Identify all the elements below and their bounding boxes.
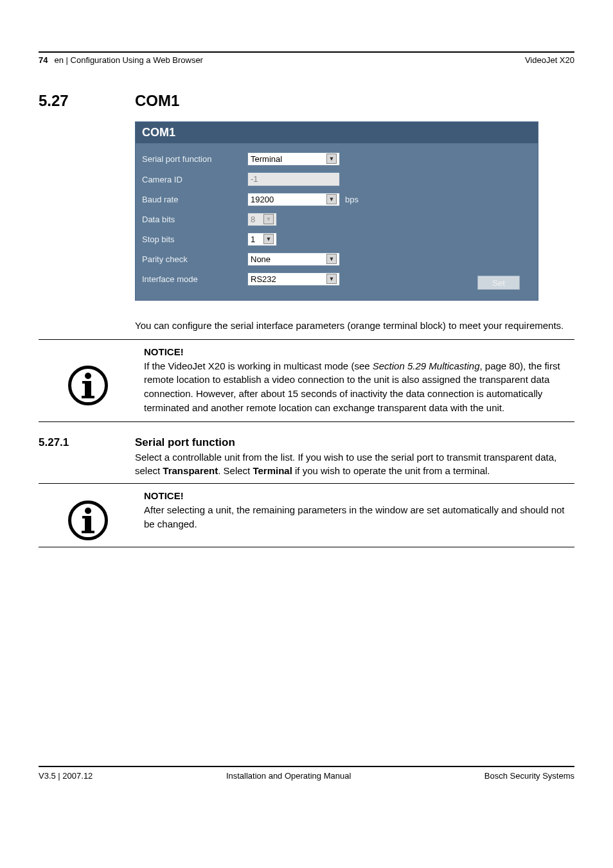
intro-paragraph: You can configure the serial interface p…	[135, 319, 574, 333]
page-number: 74	[39, 55, 48, 65]
chevron-down-icon: ▼	[263, 214, 274, 224]
product-name: VideoJet X20	[525, 55, 574, 65]
notice-ref: Section 5.29 Multicasting	[373, 360, 480, 371]
notice-text-pre: If the VideoJet X20 is working in multic…	[144, 360, 373, 371]
notice-text: After selecting a unit, the remaining pa…	[144, 504, 565, 529]
label-parity-check: Parity check	[142, 254, 247, 264]
select-baud-rate[interactable]: 19200 ▼	[247, 193, 340, 206]
chevron-down-icon: ▼	[263, 234, 274, 244]
subsection-number: 5.27.1	[39, 436, 135, 449]
label-serial-port-function: Serial port function	[142, 154, 247, 164]
label-stop-bits: Stop bits	[142, 235, 247, 244]
chevron-down-icon: ▼	[326, 254, 337, 264]
notice-title: NOTICE!	[144, 345, 574, 359]
page-header: 74 en | Configuration Using a Web Browse…	[39, 55, 574, 69]
notice-block: NOTICE! After selecting a unit, the rema…	[39, 483, 574, 547]
unit-bps: bps	[345, 195, 359, 204]
footer-left: V3.5 | 2007.12	[39, 771, 93, 781]
label-baud-rate: Baud rate	[142, 195, 247, 204]
subsection-heading: 5.27.1 Serial port function	[39, 436, 574, 449]
notice-title: NOTICE!	[144, 489, 574, 503]
breadcrumb: en | Configuration Using a Web Browser	[54, 55, 202, 65]
select-data-bits: 8 ▼	[247, 213, 277, 226]
info-icon	[68, 500, 108, 540]
set-button[interactable]: Set	[477, 276, 520, 290]
section-title: COM1	[135, 92, 179, 110]
footer-right: Bosch Security Systems	[484, 771, 574, 781]
section-heading: 5.27 COM1	[39, 92, 574, 110]
chevron-down-icon: ▼	[326, 154, 337, 164]
footer-center: Installation and Operating Manual	[226, 771, 351, 781]
select-serial-port-function[interactable]: Terminal ▼	[247, 152, 340, 166]
label-camera-id: Camera ID	[142, 175, 247, 184]
input-camera-id: -1	[247, 172, 340, 186]
com1-panel: COM1 Serial port function Terminal ▼ Cam…	[135, 121, 538, 301]
notice-block: NOTICE! If the VideoJet X20 is working i…	[39, 339, 574, 422]
subsection-paragraph: Select a controllable unit from the list…	[135, 450, 574, 479]
select-stop-bits[interactable]: 1 ▼	[247, 233, 277, 246]
select-parity-check[interactable]: None ▼	[247, 252, 340, 266]
panel-title: COM1	[136, 122, 538, 143]
section-number: 5.27	[39, 92, 135, 110]
chevron-down-icon: ▼	[326, 194, 337, 204]
label-data-bits: Data bits	[142, 215, 247, 224]
page-footer: V3.5 | 2007.12 Installation and Operatin…	[39, 766, 574, 781]
subsection-title: Serial port function	[135, 436, 235, 449]
info-icon	[68, 366, 108, 405]
